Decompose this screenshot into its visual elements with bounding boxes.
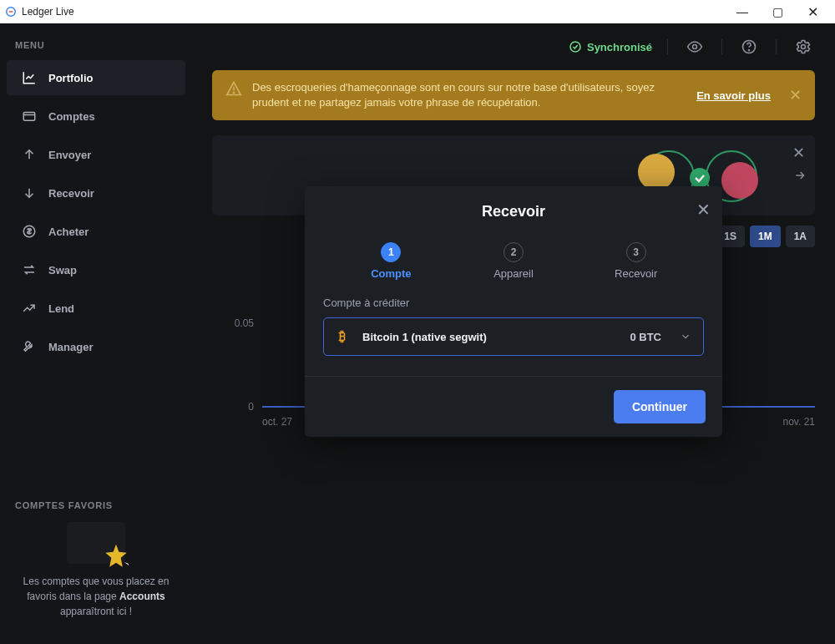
chart-line-icon — [22, 70, 37, 85]
chart-ytick: 0 — [212, 401, 254, 413]
window-title: Ledger Live — [22, 6, 74, 18]
sidebar-item-label: Envoyer — [48, 149, 91, 161]
sidebar-item-label: Recevoir — [48, 187, 94, 200]
swap-icon — [22, 262, 37, 277]
promo-next-button[interactable] — [793, 169, 807, 182]
step-number: 1 — [381, 242, 401, 262]
banner-close-button[interactable]: ✕ — [789, 86, 802, 104]
arrow-down-icon — [22, 185, 37, 200]
svg-point-7 — [802, 45, 806, 49]
svg-point-4 — [693, 45, 697, 49]
favorites-section: COMPTES FAVORIS Les comptes que vous pla… — [0, 490, 192, 644]
app-logo-icon — [5, 6, 17, 18]
arrow-right-icon — [793, 169, 807, 182]
separator — [776, 39, 777, 54]
sidebar-item-label: Lend — [48, 302, 74, 315]
menu-section-label: MENU — [0, 40, 192, 58]
step-account: 1 Compte — [330, 242, 453, 280]
favorites-placeholder-icon — [67, 522, 125, 564]
svg-point-13 — [690, 168, 710, 188]
separator — [667, 39, 668, 54]
chart-xtick: nov. 21 — [783, 416, 815, 428]
favorites-help-text: Les comptes que vous placez en favoris d… — [15, 574, 177, 619]
sidebar-item-label: Manager — [48, 341, 93, 353]
promo-close-button[interactable]: ✕ — [792, 144, 805, 162]
chart-ytick: 0.05 — [212, 317, 254, 329]
favorites-label: COMPTES FAVORIS — [15, 500, 177, 510]
arrow-up-icon — [22, 147, 37, 162]
svg-point-12 — [721, 162, 758, 199]
topbar: Synchronisé — [192, 23, 835, 70]
sidebar-item-label: Portfolio — [48, 72, 93, 84]
tools-icon — [22, 339, 37, 354]
chevron-down-icon — [680, 331, 691, 342]
modal-close-button[interactable]: ✕ — [696, 200, 711, 220]
svg-rect-1 — [23, 113, 35, 121]
warning-triangle-icon — [225, 80, 242, 97]
svg-text:₿: ₿ — [338, 329, 346, 343]
window-titlebar: Ledger Live — ▢ ✕ — [0, 0, 835, 23]
step-label: Recevoir — [574, 267, 697, 280]
wallet-icon — [22, 109, 37, 124]
range-1m-button[interactable]: 1M — [750, 226, 781, 247]
sidebar-item-lend[interactable]: Lend — [7, 291, 185, 326]
sidebar-item-receive[interactable]: Recevoir — [7, 175, 185, 210]
sidebar: MENU Portfolio Comptes Envoyer Recevoir — [0, 23, 192, 644]
chart-xtick: oct. 27 — [262, 416, 292, 428]
dollar-icon — [22, 224, 37, 239]
modal-title: Recevoir — [321, 203, 706, 221]
step-receive: 3 Recevoir — [574, 242, 697, 280]
svg-point-6 — [749, 50, 750, 51]
separator — [721, 39, 722, 54]
step-label: Appareil — [453, 267, 575, 280]
visibility-toggle-button[interactable] — [683, 35, 706, 58]
check-circle-icon — [569, 40, 582, 53]
sync-status: Synchronisé — [569, 40, 652, 53]
window-minimize-button[interactable]: — — [725, 5, 760, 18]
bitcoin-icon: ₿ — [336, 328, 352, 345]
step-number: 3 — [626, 242, 646, 262]
sidebar-item-accounts[interactable]: Comptes — [7, 99, 185, 134]
step-label: Compte — [330, 267, 453, 280]
sidebar-item-buy[interactable]: Acheter — [7, 214, 185, 249]
sidebar-item-label: Comptes — [48, 110, 95, 123]
sidebar-item-manager[interactable]: Manager — [7, 329, 185, 364]
account-field-label: Compte à créditer — [323, 297, 704, 309]
receive-modal: Recevoir ✕ 1 Compte 2 Appareil 3 Recevoi… — [305, 186, 722, 437]
step-number: 2 — [504, 242, 524, 262]
step-device: 2 Appareil — [453, 242, 575, 280]
account-balance: 0 BTC — [630, 331, 661, 343]
banner-learn-more-link[interactable]: En savoir plus — [696, 89, 771, 102]
eye-icon — [686, 38, 703, 55]
gear-icon — [795, 38, 812, 55]
help-icon — [741, 38, 757, 55]
account-select-dropdown[interactable]: ₿ Bitcoin 1 (native segwit) 0 BTC — [323, 317, 704, 356]
account-name: Bitcoin 1 (native segwit) — [362, 331, 620, 343]
sidebar-item-label: Acheter — [48, 226, 89, 238]
help-button[interactable] — [737, 35, 761, 58]
banner-message: Des escroqueries d'hameçonnage sont en c… — [252, 80, 680, 110]
continue-button[interactable]: Continuer — [614, 390, 706, 423]
range-1y-button[interactable]: 1A — [786, 226, 815, 247]
sidebar-item-portfolio[interactable]: Portfolio — [7, 60, 185, 95]
settings-button[interactable] — [792, 35, 815, 58]
window-maximize-button[interactable]: ▢ — [760, 5, 795, 18]
trend-up-icon — [22, 301, 37, 316]
sidebar-item-send[interactable]: Envoyer — [7, 137, 185, 172]
sidebar-item-label: Swap — [48, 264, 77, 276]
sidebar-item-swap[interactable]: Swap — [7, 252, 185, 287]
svg-point-8 — [233, 92, 234, 93]
warning-banner: Des escroqueries d'hameçonnage sont en c… — [212, 70, 815, 120]
window-close-button[interactable]: ✕ — [795, 4, 830, 20]
main-content: Synchronisé Des escroqueries d'hameçonna… — [192, 23, 835, 644]
modal-stepper: 1 Compte 2 Appareil 3 Recevoir — [305, 227, 722, 288]
svg-point-11 — [638, 154, 675, 190]
